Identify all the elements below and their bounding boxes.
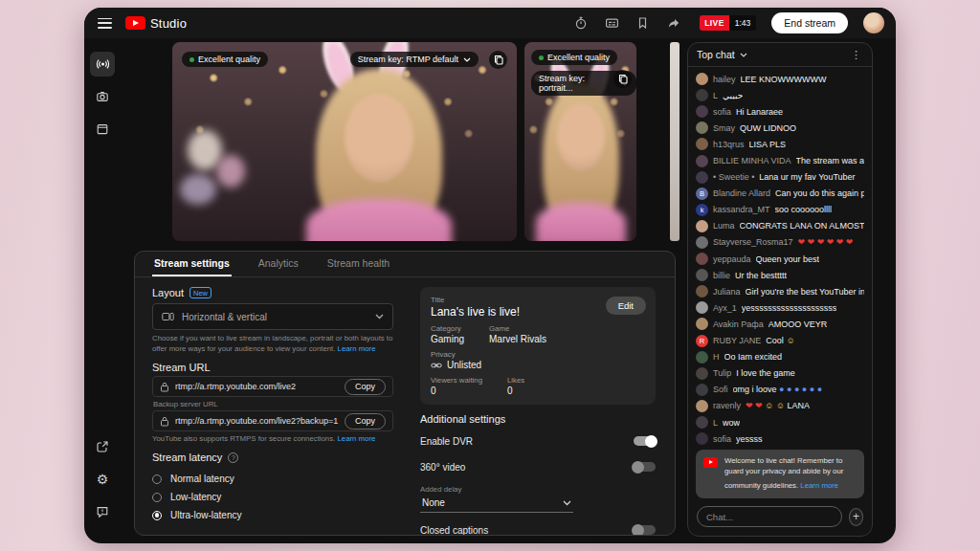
learn-more-link[interactable]: Learn more: [800, 481, 838, 492]
quality-badge: Excellent quality: [531, 50, 617, 65]
quality-dot-icon: [189, 57, 194, 62]
account-avatar[interactable]: [863, 12, 884, 33]
toggle-switch[interactable]: [634, 525, 656, 535]
chat-text: QUW LIDNOO: [740, 123, 796, 133]
stream-key-dropdown[interactable]: Stream key: RTMP default: [350, 52, 479, 67]
stream-url-field: rtmp://a.rtmp.youtube.com/live2 Copy: [152, 376, 393, 397]
chat-add-icon[interactable]: +: [849, 508, 863, 526]
menu-icon[interactable]: [98, 18, 112, 29]
toggle-label: Closed captions: [420, 525, 488, 536]
copy-button[interactable]: Copy: [345, 379, 386, 395]
chat-message: Ayx_1 yessssssssssssssssssss: [696, 299, 864, 316]
chat-message: Smay QUW LIDNOO: [696, 120, 864, 136]
quality-label: Excellent quality: [547, 53, 610, 62]
camera-icon[interactable]: [90, 84, 115, 109]
chat-message-list[interactable]: hailey LEE KNOWWWWWW L حبيبي sofia Hi La…: [688, 67, 872, 446]
copy-button[interactable]: Copy: [345, 413, 386, 430]
toggle-switch[interactable]: [634, 462, 656, 472]
chat-author: Ayx_1: [713, 303, 737, 313]
gear-icon[interactable]: ⚙: [90, 467, 115, 492]
chat-message: BILLIE MINHA VIDA The stream was awesome: [696, 152, 864, 168]
broadcast-icon[interactable]: [90, 52, 115, 77]
chat-avatar: [696, 367, 708, 380]
chat-author: sofia: [713, 107, 731, 117]
chat-avatar: [696, 384, 708, 396]
end-stream-button[interactable]: End stream: [771, 12, 848, 33]
setting-toggle-row: Enable DVR: [420, 433, 656, 449]
chat-welcome-notice: Welcome to live chat! Remember to guard …: [696, 450, 864, 498]
settings-tab[interactable]: Analytics: [256, 252, 301, 276]
feedback-icon[interactable]: [90, 499, 115, 524]
chat-menu-icon[interactable]: ⋮: [849, 49, 863, 61]
chat-input-row: +: [688, 504, 872, 536]
latency-option[interactable]: Ultra-low-latency: [152, 506, 393, 524]
chat-avatar: [696, 121, 708, 134]
chat-avatar: [696, 138, 708, 150]
chat-avatar: [696, 105, 708, 118]
chat-message: ravenly ❤ ❤ ☺ ☺ LANA: [696, 398, 864, 414]
captions-icon[interactable]: [604, 15, 619, 31]
chevron-down-icon: [463, 57, 471, 62]
chat-message: Luma CONGRATS LANA ON ALMOST 8m SUBS: [696, 218, 864, 234]
learn-more-link[interactable]: Learn more: [338, 344, 376, 353]
chat-text: I love the game: [736, 368, 795, 378]
added-delay-dropdown[interactable]: None: [420, 496, 573, 513]
chat-text: omg i loove ● ● ● ● ● ●: [733, 385, 823, 394]
live-status-badge: LIVE 1:43: [700, 15, 756, 31]
chat-mode-dropdown[interactable]: Top chat: [697, 49, 747, 60]
latency-option[interactable]: Low-latency: [152, 488, 393, 506]
link-icon: [431, 362, 442, 369]
chat-mode-label: Top chat: [697, 49, 735, 60]
radio-icon: [152, 474, 162, 484]
copy-stream-key-icon[interactable]: [489, 51, 507, 69]
settings-tab[interactable]: Stream health: [325, 252, 391, 276]
chat-author: sofia: [713, 434, 731, 444]
chat-text: Oo Iam excited: [724, 352, 783, 362]
chat-text: ❤ ❤ ☺ ☺ LANA: [746, 401, 810, 410]
chat-text: LEE KNOWWWWWW: [741, 75, 827, 84]
copy-stream-key-icon[interactable]: [613, 70, 632, 88]
radio-icon: [152, 493, 162, 502]
chat-message: Stayverse_Rosma17 ❤ ❤ ❤ ❤ ❤ ❤: [696, 234, 864, 251]
chat-author: Luma: [713, 221, 735, 231]
chat-author: h13qrus: [713, 140, 745, 149]
chevron-down-icon: [563, 500, 571, 506]
chat-input[interactable]: [697, 506, 842, 527]
layout-value: Horizontal & vertical: [182, 312, 368, 322]
chat-text: Can you do this again please: [775, 188, 864, 198]
chat-text: Lana ur my fav YouTuber: [759, 172, 855, 182]
youtube-studio-logo[interactable]: Studio: [125, 16, 187, 31]
bookmark-icon[interactable]: [635, 15, 650, 31]
viewers-waiting-label: Viewers waiting: [431, 376, 482, 385]
share-icon[interactable]: [665, 15, 680, 31]
stopwatch-icon[interactable]: [573, 15, 589, 31]
latency-option[interactable]: Normal latency: [152, 470, 393, 488]
chat-avatar: [696, 253, 708, 265]
category-label: Category: [431, 324, 464, 333]
chat-avatar: k: [696, 204, 708, 216]
chat-text: Queen your best: [756, 254, 820, 264]
chat-text: LISA PLS: [749, 140, 787, 149]
chat-author: BILLIE MINHA VIDA: [713, 156, 791, 165]
open-in-new-icon[interactable]: [90, 434, 115, 459]
chat-text: yessssssssssssssssssss: [742, 303, 837, 313]
edit-button[interactable]: Edit: [606, 297, 646, 315]
chat-author: Tulip: [713, 368, 731, 378]
chevron-down-icon: [375, 314, 384, 320]
toggle-switch[interactable]: [634, 436, 656, 446]
game-value: Marvel Rivals: [489, 334, 546, 344]
chat-message: Juliana Girl you're the best YouTuber in…: [696, 283, 864, 299]
settings-tab[interactable]: Stream settings: [152, 252, 232, 276]
learn-more-link[interactable]: Learn more: [337, 434, 375, 443]
radio-icon: [152, 511, 162, 520]
video-tablet-icon[interactable]: [90, 117, 115, 142]
backup-url-value: rtmp://a.rtmp.youtube.com/live2?backup=1: [175, 416, 339, 426]
stream-url-value: rtmp://a.rtmp.youtube.com/live2: [175, 382, 339, 391]
help-icon[interactable]: ?: [228, 452, 238, 463]
quality-dot-icon: [539, 55, 544, 60]
chat-text: Cool ☺: [766, 336, 794, 345]
layout-dropdown[interactable]: Horizontal & vertical: [152, 303, 393, 330]
chat-avatar: [696, 269, 708, 281]
stream-latency-label: Stream latency: [152, 452, 222, 463]
chat-author: Stayverse_Rosma17: [713, 237, 793, 247]
